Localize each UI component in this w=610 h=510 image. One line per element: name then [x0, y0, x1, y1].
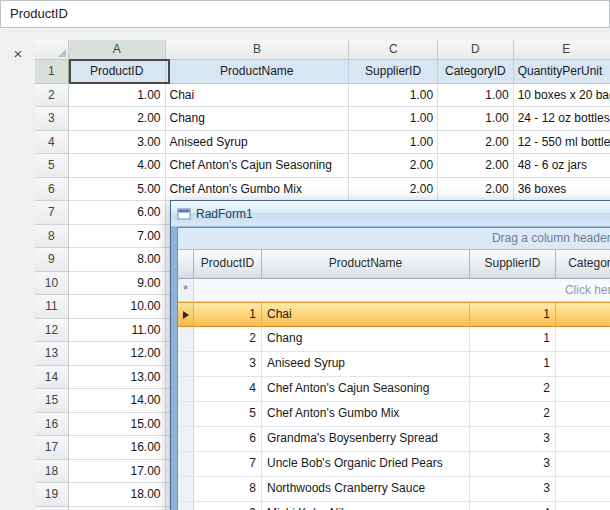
grid-cell-supplierid[interactable]: 1 — [470, 327, 556, 351]
sheet-cell[interactable]: 10 boxes x 20 bags — [514, 84, 610, 108]
row-header[interactable]: 14 — [35, 366, 69, 390]
grid-cell-productname[interactable]: Chang — [262, 327, 470, 351]
grid-row[interactable]: 6Grandma's Boysenberry Spread3 — [178, 427, 610, 452]
grid-row[interactable]: 7Uncle Bob's Organic Dried Pears3 — [178, 452, 610, 477]
grid-column-header-productid[interactable]: ProductID — [194, 250, 262, 278]
sheet-cell[interactable]: 13.00 — [69, 366, 166, 390]
row-header[interactable]: 19 — [35, 483, 69, 507]
sheet-cell[interactable]: Aniseed Syrup — [166, 131, 350, 155]
sheet-cell[interactable]: 2.00 — [438, 178, 514, 202]
grid-cell-productname[interactable]: Aniseed Syrup — [262, 352, 470, 376]
row-header[interactable]: 17 — [35, 436, 69, 460]
grid-cell-productname[interactable]: Mishi Kobe Niku — [262, 502, 470, 510]
row-header[interactable]: 18 — [35, 460, 69, 484]
sheet-cell[interactable]: 1.00 — [438, 84, 514, 108]
column-header-a[interactable]: A — [69, 40, 166, 60]
row-header[interactable]: 2 — [35, 84, 69, 108]
row-header[interactable]: 9 — [35, 248, 69, 272]
sheet-cell[interactable]: 1.00 — [438, 107, 514, 131]
sheet-cell[interactable]: 7.00 — [69, 225, 166, 249]
row-header[interactable]: 10 — [35, 272, 69, 296]
row-header[interactable]: 5 — [35, 154, 69, 178]
grid-cell-productname[interactable]: Chai — [262, 303, 470, 326]
sheet-cell[interactable]: 1.00 — [349, 131, 438, 155]
grid-column-header-productname[interactable]: ProductName — [262, 250, 470, 278]
sheet-cell[interactable]: 2.00 — [69, 107, 166, 131]
sheet-cell[interactable]: 48 - 6 oz jars — [514, 154, 610, 178]
grid-cell-categoryid[interactable] — [556, 502, 610, 510]
row-header[interactable] — [35, 507, 69, 510]
grid-cell-supplierid[interactable]: 2 — [470, 377, 556, 401]
grid-cell-productname[interactable]: Uncle Bob's Organic Dried Pears — [262, 452, 470, 476]
sheet-cell[interactable]: 9.00 — [69, 272, 166, 296]
sheet-cell[interactable]: 17.00 — [69, 460, 166, 484]
sheet-cell[interactable]: 2.00 — [438, 154, 514, 178]
column-header-e[interactable]: E — [514, 40, 610, 60]
grid-cell-categoryid[interactable] — [556, 303, 610, 326]
row-header[interactable]: 16 — [35, 413, 69, 437]
grid-cell-categoryid[interactable] — [556, 477, 610, 501]
grid-cell-supplierid[interactable]: 3 — [470, 427, 556, 451]
sheet-cell[interactable]: Chef Anton's Cajun Seasoning — [166, 154, 350, 178]
sheet-cell[interactable]: SupplierID — [349, 60, 438, 84]
sheet-cell[interactable]: 3.00 — [69, 131, 166, 155]
grid-cell-supplierid[interactable]: 4 — [470, 502, 556, 510]
row-header[interactable]: 7 — [35, 201, 69, 225]
grid-cell-productname[interactable]: Chef Anton's Cajun Seasoning — [262, 377, 470, 401]
select-all-corner[interactable] — [35, 40, 69, 60]
sheet-cell[interactable]: 14.00 — [69, 389, 166, 413]
sheet-cell[interactable]: 11.00 — [69, 319, 166, 343]
grid-cell-categoryid[interactable] — [556, 327, 610, 351]
sheet-cell[interactable]: QuantityPerUnit — [514, 60, 610, 84]
grid-row[interactable]: 1Chai1 — [178, 302, 610, 327]
grid-cell-productid[interactable]: 4 — [194, 377, 262, 401]
row-header[interactable]: 15 — [35, 389, 69, 413]
row-header[interactable]: 6 — [35, 178, 69, 202]
sheet-cell[interactable]: 12 - 550 ml bottles — [514, 131, 610, 155]
grid-cell-supplierid[interactable]: 3 — [470, 477, 556, 501]
sheet-cell[interactable]: 36 boxes — [514, 178, 610, 202]
column-header-c[interactable]: C — [349, 40, 438, 60]
sheet-cell[interactable]: 18.00 — [69, 483, 166, 507]
sheet-cell[interactable]: 10.00 — [69, 295, 166, 319]
group-by-panel[interactable]: Drag a column header here to group by th… — [178, 228, 610, 250]
grid-cell-productid[interactable]: 5 — [194, 402, 262, 426]
column-header-b[interactable]: B — [166, 40, 350, 60]
sheet-cell[interactable]: 8.00 — [69, 248, 166, 272]
window-titlebar[interactable]: RadForm1 — [171, 201, 610, 227]
sheet-cell[interactable]: Chef Anton's Gumbo Mix — [166, 178, 350, 202]
grid-cell-categoryid[interactable] — [556, 402, 610, 426]
sheet-cell[interactable]: 12.00 — [69, 342, 166, 366]
sheet-cell[interactable]: Chai — [166, 84, 350, 108]
grid-cell-productid[interactable]: 9 — [194, 502, 262, 510]
sheet-cell[interactable]: 15.00 — [69, 413, 166, 437]
row-header[interactable]: 8 — [35, 225, 69, 249]
grid-cell-productid[interactable]: 7 — [194, 452, 262, 476]
row-header[interactable]: 3 — [35, 107, 69, 131]
grid-row[interactable]: 8Northwoods Cranberry Sauce3 — [178, 477, 610, 502]
sheet-cell[interactable]: 1.00 — [349, 84, 438, 108]
grid-row[interactable]: 9Mishi Kobe Niku4 — [178, 502, 610, 510]
sheet-cell[interactable]: 5.00 — [69, 178, 166, 202]
sheet-cell[interactable]: 6.00 — [69, 201, 166, 225]
row-header[interactable]: 1 — [35, 60, 69, 84]
column-header-d[interactable]: D — [438, 40, 513, 60]
grid-column-header-categoryid[interactable]: CategoryID — [556, 250, 610, 278]
grid-cell-productid[interactable]: 6 — [194, 427, 262, 451]
grid-cell-supplierid[interactable]: 1 — [470, 303, 556, 326]
name-box[interactable]: ProductID — [0, 0, 610, 28]
sheet-cell[interactable]: 1.00 — [69, 84, 166, 108]
grid-column-header-supplierid[interactable]: SupplierID — [470, 250, 556, 278]
grid-row[interactable]: 3Aniseed Syrup1 — [178, 352, 610, 377]
sheet-cell[interactable]: Chang — [166, 107, 350, 131]
row-header[interactable]: 12 — [35, 319, 69, 343]
grid-cell-productname[interactable]: Grandma's Boysenberry Spread — [262, 427, 470, 451]
grid-cell-supplierid[interactable]: 1 — [470, 352, 556, 376]
sheet-cell[interactable]: ProductID — [69, 60, 166, 84]
grid-cell-supplierid[interactable]: 2 — [470, 402, 556, 426]
grid-cell-productid[interactable]: 3 — [194, 352, 262, 376]
grid-row[interactable]: 2Chang1 — [178, 327, 610, 352]
grid-cell-supplierid[interactable]: 3 — [470, 452, 556, 476]
close-icon[interactable]: × — [6, 44, 30, 64]
sheet-cell[interactable]: 2.00 — [349, 178, 438, 202]
